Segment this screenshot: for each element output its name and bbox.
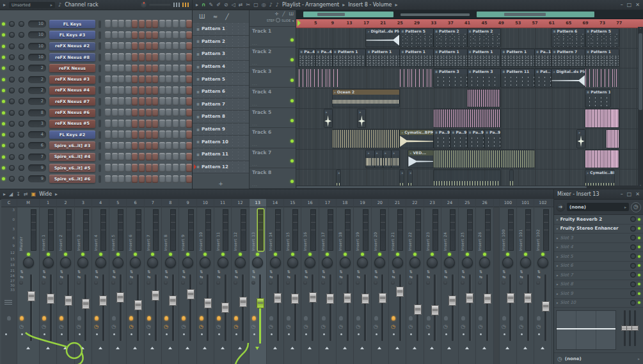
slot-mix-knob[interactable] xyxy=(630,226,636,232)
volume-fader-track[interactable] xyxy=(527,274,529,341)
step-cell[interactable] xyxy=(159,175,165,184)
strip-number[interactable]: 21 xyxy=(389,199,406,207)
step-cell[interactable] xyxy=(180,65,186,73)
pattern-menu-icon[interactable]: ≣ xyxy=(196,102,200,106)
track-enable-led[interactable] xyxy=(290,38,294,42)
step-cell[interactable] xyxy=(173,86,179,95)
step-cell[interactable] xyxy=(180,153,186,161)
volume-fader-track[interactable] xyxy=(452,274,454,341)
channel-volume-knob[interactable] xyxy=(19,143,24,148)
route-to-master-icon[interactable] xyxy=(447,347,451,349)
playlist-clip[interactable]: ≣ Pattern 11 xyxy=(501,69,534,87)
volume-fader-track[interactable] xyxy=(381,274,383,341)
clip-menu-icon[interactable]: ≣ xyxy=(587,49,589,54)
channel-pan-knob[interactable] xyxy=(9,154,15,160)
playlist-clip[interactable]: » xyxy=(375,150,383,168)
channel-pan-knob[interactable] xyxy=(9,65,15,71)
pan-arrows-icon[interactable]: ⇆ xyxy=(443,274,449,280)
mute-lamp-icon[interactable] xyxy=(427,316,431,320)
slot-enable-led[interactable] xyxy=(638,292,640,295)
record-clock-button[interactable]: ◷ xyxy=(631,202,641,212)
playlist-clip[interactable]: ≣ Pattern 5 xyxy=(400,29,433,47)
step-cell[interactable] xyxy=(166,164,171,172)
strip-pan-knob[interactable] xyxy=(502,257,513,268)
clip-menu-icon[interactable]: ≣ xyxy=(469,130,472,135)
step-cell[interactable] xyxy=(146,53,152,61)
channel-button[interactable]: reFX Nexus #6 xyxy=(49,109,95,117)
clip-menu-icon[interactable]: » xyxy=(367,150,369,155)
step-cell[interactable] xyxy=(180,97,186,106)
channel-mixer-target[interactable]: 10 xyxy=(28,54,46,61)
effect-slot[interactable]: ▸ Slot 4 xyxy=(554,243,643,253)
mute-lamp-icon[interactable] xyxy=(287,316,290,320)
step-cell[interactable] xyxy=(118,120,124,128)
volume-fader-handle[interactable] xyxy=(484,294,491,304)
step-cell[interactable] xyxy=(112,131,118,139)
strip-mini-knob[interactable] xyxy=(147,281,150,285)
playback-tool-icon[interactable]: ♪ xyxy=(269,2,273,8)
step-cell[interactable] xyxy=(112,164,118,172)
strip-pan-knob[interactable] xyxy=(270,257,281,268)
track-header[interactable]: Track 8 ... xyxy=(250,168,296,189)
strip-mini-knob[interactable] xyxy=(374,281,377,285)
track-options[interactable]: ... xyxy=(252,182,258,187)
step-cell[interactable] xyxy=(132,53,138,61)
slot-enable-led[interactable] xyxy=(638,301,640,304)
slot-arrow-icon[interactable]: ▸ xyxy=(557,273,559,277)
track-options[interactable]: ... xyxy=(252,142,258,146)
step-cell[interactable] xyxy=(105,65,111,73)
stereo-separation-icon[interactable]: ⇅ xyxy=(286,269,291,274)
channel-pan-knob[interactable] xyxy=(9,21,15,27)
audio-input-icon[interactable]: ➜ xyxy=(556,203,565,212)
strip-select-dot[interactable] xyxy=(428,333,430,335)
step-cell[interactable] xyxy=(112,142,118,150)
dock-icon[interactable]: ↧ xyxy=(16,191,20,198)
channel-button[interactable]: FL Keys #2 xyxy=(49,131,95,139)
mixer-strip[interactable]: 1 Insert 1 ⇅ ⇆ ◷ xyxy=(40,199,57,364)
strip-mini-knob[interactable] xyxy=(502,281,505,285)
volume-fader-track[interactable] xyxy=(155,274,157,341)
strip-enable-led[interactable] xyxy=(64,253,67,256)
route-to-master-icon[interactable] xyxy=(46,347,50,349)
strip-number[interactable]: 1 xyxy=(40,199,56,207)
strip-clock-icon[interactable]: ◷ xyxy=(111,324,116,329)
step-cell[interactable] xyxy=(180,75,186,84)
slot-arrow-icon[interactable]: ▸ xyxy=(557,264,559,267)
volume-fader-track[interactable] xyxy=(30,274,32,341)
channel-enable-led[interactable] xyxy=(2,122,5,125)
step-cell[interactable] xyxy=(112,65,118,73)
pan-arrows-icon[interactable]: ⇆ xyxy=(286,274,291,280)
strip-enable-led[interactable] xyxy=(47,253,50,256)
draw-tool-icon[interactable]: ✎ xyxy=(209,2,214,8)
stereo-separation-icon[interactable]: ⇅ xyxy=(234,269,239,274)
strip-enable-led[interactable] xyxy=(99,253,102,256)
scrollbar-thumb[interactable] xyxy=(296,186,587,188)
strip-enable-led[interactable] xyxy=(378,253,381,256)
stereo-separation-icon[interactable]: ⇅ xyxy=(42,269,47,274)
strip-select-dot[interactable] xyxy=(201,333,203,335)
step-cell[interactable] xyxy=(146,75,152,84)
step-editor-icon[interactable] xyxy=(182,3,189,7)
clip-menu-icon[interactable]: » xyxy=(385,150,386,155)
strip-select-dot[interactable] xyxy=(393,333,395,335)
step-cell[interactable] xyxy=(139,109,145,117)
step-cell[interactable] xyxy=(166,131,171,139)
strip-clock-icon[interactable]: ◷ xyxy=(519,324,523,329)
mixer-strip[interactable]: C 303691215182124273033 xyxy=(1,199,17,364)
step-cell[interactable] xyxy=(166,97,171,106)
strip-mini-knob[interactable] xyxy=(443,281,447,285)
strip-clock-icon[interactable]: ◷ xyxy=(199,324,203,329)
stereo-separation-icon[interactable]: ⇅ xyxy=(251,269,257,274)
strip-clock-icon[interactable]: ◷ xyxy=(251,324,256,329)
step-cell[interactable] xyxy=(139,164,145,172)
mute-lamp-icon[interactable] xyxy=(164,316,168,320)
route-to-master-icon[interactable] xyxy=(116,347,120,349)
playlist-clip[interactable] xyxy=(468,90,501,107)
step-cell[interactable] xyxy=(118,142,124,150)
step-cell[interactable] xyxy=(152,65,158,73)
mute-lamp-icon[interactable] xyxy=(520,316,523,320)
playlist-clip[interactable]: ≣ Pat..1 xyxy=(535,69,551,87)
pattern-item[interactable]: ≣ Pattern 11 xyxy=(193,148,249,161)
slot-enable-led[interactable] xyxy=(638,218,640,221)
step-cell[interactable] xyxy=(152,75,158,84)
